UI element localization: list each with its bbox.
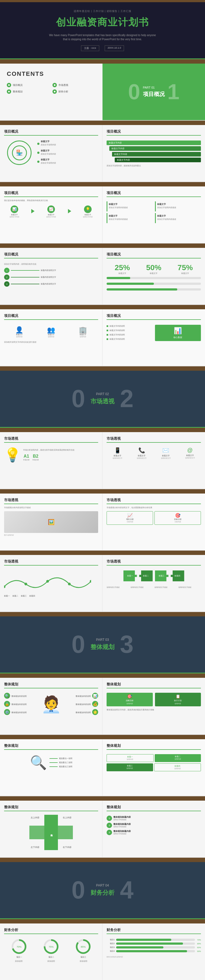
- slide-left-project-3: 项目概况 添加文字说明内容，说明项目相关信息 1 标题内容说明文字 2 标题内容…: [0, 248, 103, 304]
- plan-node-1: 规划要点一说明: [59, 757, 72, 760]
- contents-item-2: 市场透视: [52, 83, 96, 87]
- puzzle-desc-1: 说明内容文字描述: [106, 586, 129, 589]
- section-title-m1r: 市场透视: [106, 436, 201, 443]
- wave-label-3: 标题三: [21, 595, 27, 597]
- stat-num-1: 25%: [115, 263, 130, 272]
- slide-part-02-header: 0 PART 02 市场透视 2: [0, 371, 205, 428]
- fin-bar-val-2: 85%: [197, 943, 201, 945]
- fin-bar-1: 项目1 70%: [106, 939, 201, 941]
- proj-label-3: 标题文字: [157, 203, 200, 206]
- contents-label-4: 财务分析: [59, 90, 68, 94]
- fin-bar-2: 项目2 85%: [106, 942, 201, 945]
- step-1: 1: [4, 268, 10, 273]
- subtitle: We have many PowerPoint templates that h…: [48, 33, 157, 41]
- plan-box-2: 📋 执行计划 说明内容: [155, 693, 201, 706]
- people-sub-2: 说明内容: [44, 336, 58, 338]
- part-03-num-right: 3: [120, 630, 133, 659]
- puzzle-1: 标题一: [124, 570, 137, 581]
- step-text-2: 标题内容说明文字: [41, 276, 98, 278]
- donut-label-3: 项目三: [75, 956, 91, 959]
- person-icon: 🧑‍💼: [41, 695, 62, 714]
- icon-1: 📊: [11, 205, 18, 213]
- plan-icon-4: 📊: [92, 693, 98, 699]
- section-title-1: 项目概况: [4, 129, 98, 135]
- slide-right-plan-2: 整体规划 标题一 说明内容 标题二 说明内容 标题三 说明内容 标题四: [103, 739, 205, 796]
- plan-sub-1: 说明文字内容描述: [113, 819, 131, 821]
- stat-num-3: 75%: [178, 263, 193, 272]
- item-label-b: 标题文字: [41, 149, 56, 152]
- section-title-2l: 项目概况: [4, 191, 98, 197]
- slide-contents: CONTENTS 项目概况 市场透视 整体规划 财务分析 0 PART 01: [0, 64, 205, 121]
- slide-right-fin-1: 财务分析 项目1 70% 项目2 85% 项目3 60% 项目4 90%: [103, 923, 205, 980]
- market-num-label-1: 市场分析: [23, 459, 30, 461]
- sq-2: [106, 330, 108, 331]
- banner-desc: 添加文字说明内容，描述相关信息和要点: [106, 164, 201, 167]
- donut-3: 85% 项目三: [75, 939, 91, 959]
- cross-tl: 左上内容: [31, 816, 44, 819]
- plan-item-3: ③ 整体规划标题内容 说明文字内容描述: [106, 830, 201, 835]
- plan-icon-3: ⚙️: [4, 709, 10, 715]
- slide-market-1: 市场透视 💡 市场分析说明内容，描述当前市场状况和发展趋势的相关信息 A1 市场…: [0, 432, 205, 489]
- item-text-b: 添加文字说明内容: [41, 153, 56, 156]
- section-title-p3l: 整体规划: [4, 805, 98, 811]
- part-02-title: 市场透视: [91, 397, 114, 406]
- part-title-cn: 项目概况: [143, 91, 165, 98]
- svg-point-1: [24, 583, 27, 585]
- slide-left-market-1: 市场透视 💡 市场分析说明内容，描述当前市场状况和发展趋势的相关信息 A1 市场…: [0, 432, 103, 488]
- contents-label-2: 市场透视: [59, 83, 68, 87]
- puzzle-desc-4: 说明内容文字描述: [178, 586, 201, 589]
- slide-plan-2: 整体规划 🔍 规划要点一说明 规划要点二说明 规划要点三说明 整体规划: [0, 739, 205, 796]
- slide-right-project-3: 项目概况 25% 标题文字 50% 标题文字 75% 标题文字: [103, 248, 205, 304]
- people-icon-1: 👤 标题文字 说明内容: [13, 326, 25, 338]
- part-02-num-left: 0: [72, 385, 85, 413]
- contents-label-3: 整体规划: [13, 90, 22, 94]
- item-label-c: 标题文字: [41, 158, 56, 161]
- contents-dot-2: [52, 83, 57, 87]
- banner-3: 标题文字内容: [112, 152, 201, 156]
- svg-text:70%: 70%: [17, 945, 21, 948]
- icon-sub-2: 说明文字内容: [46, 216, 56, 218]
- plan-grid-4: 标题四 说明内容: [154, 764, 201, 771]
- part-num-left: 0: [128, 81, 140, 103]
- plan-title-2: 整体规划标题内容: [113, 822, 131, 826]
- part-03-label: PART 03: [91, 638, 114, 642]
- svg-text:85%: 85%: [81, 945, 86, 948]
- banner-1: 标题文字内容: [106, 140, 201, 145]
- market-card-1: 📱 标题文字 说明内容文字: [106, 447, 129, 460]
- analysis-box-1: 📈 增长分析 分析内容: [106, 511, 153, 525]
- slide-right-market-1: 市场透视 📱 标题文字 说明内容文字 📞 标题文字 说明内容文字 ✉️ 标题文字…: [103, 432, 205, 488]
- icon-label-3: 标题文字: [84, 214, 91, 216]
- cross-bl: 左下内容: [31, 846, 44, 849]
- icon-sub-1: 说明文字内容: [10, 216, 19, 218]
- slide-market-3: 市场透视 标题一 标题二 标题三 标题四 市场透视 标题一 标题二 标题三 标题…: [0, 555, 205, 612]
- contents-dot-4: [52, 89, 57, 94]
- fin-bar-val-1: 70%: [197, 939, 201, 941]
- part-info: PART 01 项目概况: [143, 86, 165, 98]
- fin-bar-4: 项目4 90%: [106, 950, 201, 953]
- plan-node-3: 规划要点三说明: [59, 765, 72, 768]
- plan-grid-1: 标题一 说明内容: [106, 754, 154, 762]
- contents-item-3: 整体规划: [7, 89, 50, 94]
- slide-right-project-1: 项目概况 标题文字内容 标题文字内容 标题文字内容 标题文字内容 添加文字说明内…: [103, 125, 205, 181]
- contents-left: CONTENTS 项目概况 市场透视 整体规划 财务分析: [0, 64, 103, 120]
- stat-label-3: 标题文字: [178, 272, 193, 275]
- sq-text-4: 标题文字内容说明: [110, 338, 125, 340]
- contents-item-4: 财务分析: [52, 89, 96, 94]
- plan-title-1: 整体规划标题内容: [113, 816, 131, 819]
- puzzle-4: 标题四: [171, 570, 184, 581]
- section-title-3l: 项目概况: [4, 252, 98, 258]
- slide-left-market-2: 市场透视 市场透视分析内容说明文字描述 🖼️ 图片说明内容: [0, 493, 103, 550]
- icon-box-3: 💡 标题文字 说明文字内容: [82, 205, 94, 218]
- proj-text-2: 添加文字说明内容描述: [109, 218, 151, 221]
- market-card-4: @ 标题文字 说明内容文字: [179, 447, 201, 460]
- slide-left-plan-3: 整体规划 横向内容 纵向内容 左上内容 右上内容 左下内容 右下内容: [0, 801, 103, 857]
- item-text-a: 添加文字说明内容: [41, 143, 56, 146]
- puzzle-2: 标题二: [139, 570, 153, 581]
- banner-2: 标题文字内容: [109, 146, 201, 151]
- plan-grid-2: 标题二 说明内容: [155, 754, 201, 762]
- donut-label-1: 项目一: [11, 956, 27, 959]
- magnify-icon: 🔍: [30, 755, 47, 770]
- contents-dot-3: [7, 89, 11, 94]
- proj-text-4: 添加文字说明内容描述: [157, 218, 200, 221]
- fin-bar-val-3: 60%: [197, 947, 201, 948]
